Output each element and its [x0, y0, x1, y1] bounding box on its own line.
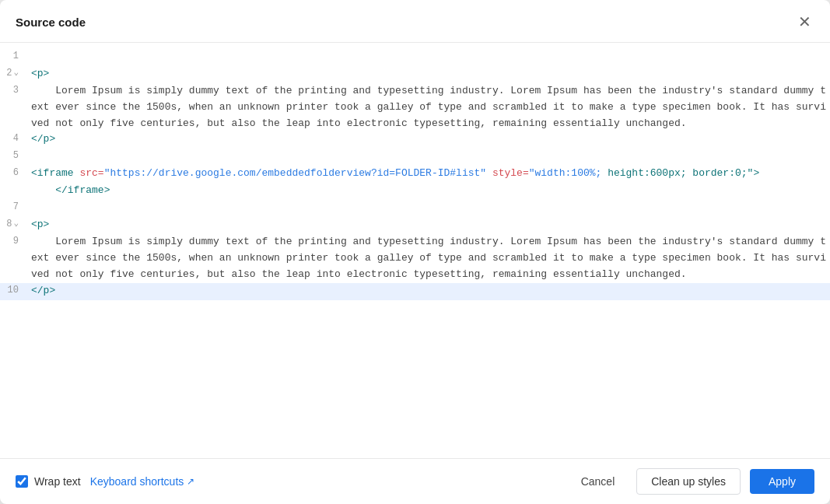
code-line: </iframe>	[0, 183, 830, 200]
line-content: Lorem Ipsum is simply dummy text of the …	[28, 83, 830, 131]
keyboard-shortcuts-label: Keyboard shortcuts	[90, 475, 184, 488]
line-number: 5	[0, 149, 28, 163]
clean-up-styles-button[interactable]: Clean up styles	[636, 468, 741, 495]
code-line: 5	[0, 149, 830, 166]
line-content: </p>	[28, 131, 830, 148]
dialog-header: Source code ✕	[0, 0, 830, 43]
keyboard-shortcuts-link[interactable]: Keyboard shortcuts ↗	[90, 475, 195, 488]
line-number: 4	[0, 131, 28, 146]
code-line: 6 <iframe src="https://drive.google.com/…	[0, 166, 830, 183]
cancel-button[interactable]: Cancel	[569, 469, 628, 494]
code-editor[interactable]: 1 2⌄ <p> 3 Lorem Ipsum is simply dummy t…	[0, 43, 830, 458]
code-line: 8⌄ <p>	[0, 217, 830, 234]
code-line: 1	[0, 49, 830, 66]
dialog-footer: Wrap text Keyboard shortcuts ↗ Cancel Cl…	[0, 458, 830, 504]
apply-button[interactable]: Apply	[750, 469, 814, 494]
line-number: 3	[0, 83, 28, 98]
code-line: 9 Lorem Ipsum is simply dummy text of th…	[0, 234, 830, 282]
line-content: <p>	[28, 66, 830, 82]
line-content: <p>	[28, 217, 830, 233]
dialog-title: Source code	[16, 16, 86, 29]
code-line: 4 </p>	[0, 131, 830, 149]
line-content: </iframe>	[28, 183, 830, 199]
line-number: 6	[0, 166, 28, 180]
code-line: 2⌄ <p>	[0, 66, 830, 83]
wrap-text-text: Wrap text	[34, 475, 81, 488]
wrap-text-label[interactable]: Wrap text	[16, 475, 81, 488]
line-content: Lorem Ipsum is simply dummy text of the …	[28, 234, 830, 282]
line-number: 2⌄	[0, 66, 28, 81]
wrap-text-checkbox[interactable]	[16, 475, 28, 488]
code-line: 7	[0, 200, 830, 217]
source-code-dialog: Source code ✕ 1 2⌄ <p> 3 Lorem Ipsum is …	[0, 0, 830, 504]
line-number: 10	[0, 283, 28, 298]
line-content: </p>	[28, 283, 830, 299]
line-number: 1	[0, 49, 28, 64]
code-line: 3 Lorem Ipsum is simply dummy text of th…	[0, 83, 830, 131]
code-line-highlighted: 10 </p>	[0, 283, 830, 300]
close-button[interactable]: ✕	[795, 12, 814, 31]
line-number: 8⌄	[0, 217, 28, 232]
external-link-icon: ↗	[187, 476, 194, 487]
line-number: 9	[0, 234, 28, 249]
line-number: 7	[0, 200, 28, 215]
line-content: <iframe src="https://drive.google.com/em…	[28, 166, 830, 182]
